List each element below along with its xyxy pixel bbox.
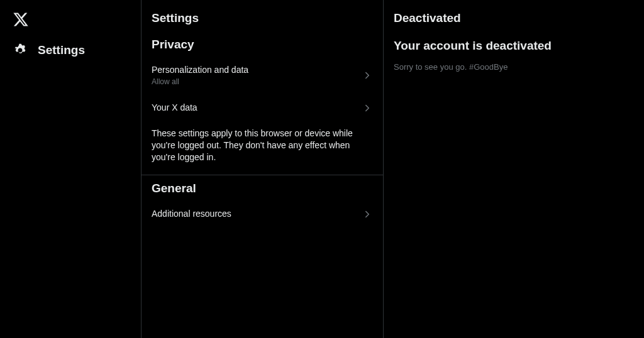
privacy-section-title: Privacy (142, 31, 383, 57)
row-text: Additional resources (152, 208, 231, 220)
detail-column: Deactivated Your account is deactivated … (384, 0, 644, 338)
detail-body: Sorry to see you go. #GoodBye (384, 58, 644, 77)
row-additional-resources[interactable]: Additional resources (142, 200, 383, 227)
row-text: Personalization and data Allow all (152, 64, 248, 87)
settings-title: Settings (142, 8, 383, 31)
row-sublabel: Allow all (152, 77, 248, 87)
x-logo[interactable] (8, 8, 141, 36)
row-text: Your X data (152, 102, 197, 114)
row-personalization-data[interactable]: Personalization and data Allow all (142, 57, 383, 94)
privacy-note: These settings apply to this browser or … (142, 121, 383, 175)
detail-title: Deactivated (384, 8, 644, 30)
row-your-x-data[interactable]: Your X data (142, 94, 383, 121)
chevron-right-icon (362, 70, 373, 81)
x-logo-icon (13, 11, 29, 28)
nav-settings-label: Settings (38, 43, 85, 57)
left-nav: Settings (0, 0, 142, 338)
row-label: Personalization and data (152, 64, 248, 76)
chevron-right-icon (362, 102, 373, 114)
nav-item-settings[interactable]: Settings (8, 36, 141, 64)
row-label: Additional resources (152, 208, 231, 220)
detail-heading: Your account is deactivated (384, 30, 644, 58)
row-label: Your X data (152, 102, 197, 114)
chevron-right-icon (362, 209, 373, 220)
gear-icon (13, 43, 28, 58)
general-section-title: General (142, 175, 383, 200)
settings-column: Settings Privacy Personalization and dat… (142, 0, 384, 338)
